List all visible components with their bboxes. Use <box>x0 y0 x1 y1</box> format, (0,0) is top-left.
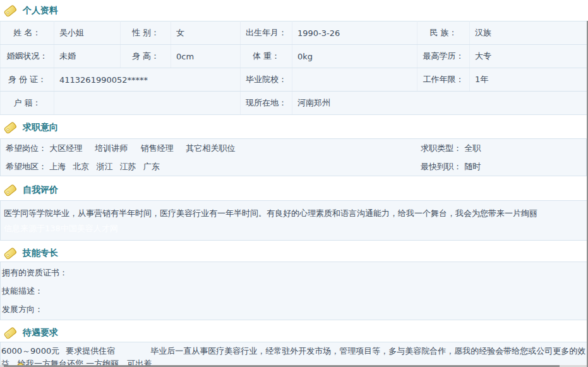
location-label: 现所在地： <box>241 92 292 115</box>
gender-value: 女 <box>171 21 241 45</box>
tag-icon <box>3 247 18 260</box>
position-item: 培训讲师 <box>95 143 128 153</box>
intention-right-column: 求职类型： 全职 最快到职： 随时 <box>421 139 481 176</box>
region-item: 江苏 <box>120 162 136 171</box>
job-type-value: 全职 <box>464 143 481 153</box>
height-label: 身 高： <box>121 45 171 68</box>
section-title-salary: 待遇要求 <box>23 327 58 339</box>
personal-info-table: 姓 名： 吴小姐 性 别： 女 出生年月： 1990-3-26 民 族： 汉族 … <box>0 21 587 115</box>
region-item: 浙江 <box>96 162 112 171</box>
weight-value: 0kg <box>292 45 417 68</box>
position-item: 大区经理 <box>49 143 82 153</box>
table-row: 姓 名： 吴小姐 性 别： 女 出生年月： 1990-3-26 民 族： 汉族 <box>1 21 587 45</box>
region-item: 广东 <box>143 162 160 171</box>
work-years-label: 工作年限： <box>417 68 470 92</box>
watermark-text: 信息来源于138中国美容人才网 <box>4 221 588 236</box>
self-evaluation-text: 医学同等学院毕业，从事营销有半年时间，医疗美容行业有一年半时间。有良好的心理素质… <box>4 206 588 221</box>
name-label: 姓 名： <box>1 21 54 45</box>
development-direction-label: 发展方向： <box>2 300 587 318</box>
tag-icon <box>3 121 18 134</box>
location-value: 河南郑州 <box>292 92 587 115</box>
gender-label: 性 别： <box>121 21 171 45</box>
intention-box: 希望岗位： 大区经理 培训讲师 销售经理 其它相关职位 希望地区： 上海 北京 … <box>0 138 587 176</box>
section-header-salary: 待遇要求 <box>0 326 588 340</box>
name-value: 吴小姐 <box>54 21 121 45</box>
id-value: 4113261990052***** <box>54 68 241 92</box>
marital-label: 婚姻状况： <box>1 45 54 68</box>
weight-label: 体 重： <box>241 45 292 68</box>
tag-icon <box>3 184 18 196</box>
id-label: 身 份 证： <box>1 68 54 92</box>
section-header-skills: 技能专长 <box>0 246 588 260</box>
marital-value: 未婚 <box>54 45 121 68</box>
section-header-self-evaluation: 自我评价 <box>0 183 588 197</box>
housing-requirement: 要求提供住宿 <box>66 346 115 356</box>
position-item: 销售经理 <box>140 143 173 153</box>
skill-description-label: 技能描述： <box>2 282 587 300</box>
salary-range: 6000～9000元 <box>1 346 59 356</box>
table-row: 身 份 证： 4113261990052***** 毕业院校： 工作年限： 1年 <box>1 68 587 92</box>
school-label: 毕业院校： <box>241 68 292 92</box>
desired-regions-label: 希望地区： <box>6 162 47 171</box>
job-type-row: 求职类型： 全职 <box>421 139 481 157</box>
resume-page: 个人资料 姓 名： 吴小姐 性 别： 女 出生年月： 1990-3-26 民 族… <box>0 0 588 367</box>
tag-icon <box>3 327 18 339</box>
region-item: 上海 <box>49 162 66 171</box>
desired-positions-label: 希望岗位： <box>6 143 47 153</box>
position-item: 其它相关职位 <box>186 143 236 153</box>
school-value <box>292 68 417 92</box>
section-header-personal: 个人资料 <box>0 4 588 18</box>
salary-box: 6000～9000元要求提供住宿毕业后一直从事医疗美容行业，经常驻外开发市场，管… <box>0 342 588 367</box>
household-value <box>54 92 241 115</box>
birthdate-value: 1990-3-26 <box>292 21 417 45</box>
tag-icon <box>3 4 18 17</box>
section-header-intention: 求职意向 <box>0 121 588 135</box>
desired-positions-row: 希望岗位： 大区经理 培训讲师 销售经理 其它相关职位 <box>1 139 586 157</box>
region-item: 北京 <box>73 162 89 171</box>
birthdate-label: 出生年月： <box>241 21 292 45</box>
table-row: 婚姻状况： 未婚 身 高： 0cm 体 重： 0kg 最高学历： 大专 <box>1 45 587 68</box>
section-title-self-evaluation: 自我评价 <box>23 184 58 196</box>
education-value: 大专 <box>470 45 587 68</box>
start-time-row: 最快到职： 随时 <box>421 157 481 176</box>
start-time-value: 随时 <box>464 162 481 171</box>
ethnicity-label: 民 族： <box>417 21 470 45</box>
work-years-value: 1年 <box>470 68 587 92</box>
self-evaluation-box: 医学同等学院毕业，从事营销有半年时间，医疗美容行业有一年半时间。有良好的心理素质… <box>0 200 588 241</box>
section-title-intention: 求职意向 <box>23 122 58 133</box>
desired-regions-row: 希望地区： 上海 北京 浙江 江苏 广东 <box>1 157 586 176</box>
certificate-label: 拥有的资质证书： <box>2 263 587 282</box>
section-title-skills: 技能专长 <box>23 248 58 259</box>
education-label: 最高学历： <box>417 45 470 68</box>
ethnicity-value: 汉族 <box>470 21 587 45</box>
section-title-personal: 个人资料 <box>23 5 58 16</box>
height-value: 0cm <box>171 45 241 68</box>
job-type-label: 求职类型： <box>421 143 462 153</box>
table-row: 户 籍： 现所在地： 河南郑州 <box>1 92 587 115</box>
start-time-label: 最快到职： <box>421 162 462 171</box>
skills-box: 拥有的资质证书： 技能描述： 发展方向： <box>0 262 588 320</box>
household-label: 户 籍： <box>1 92 54 115</box>
